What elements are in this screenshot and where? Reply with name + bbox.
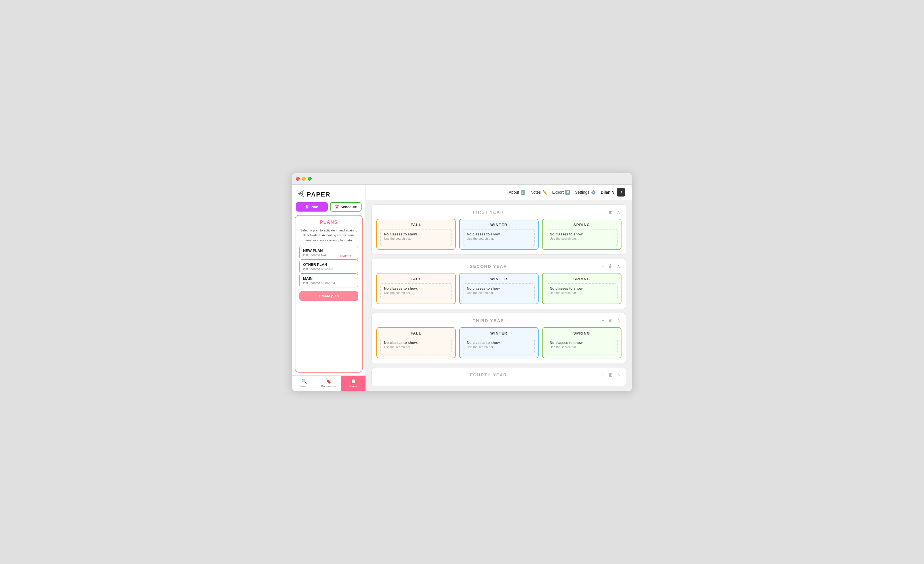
search-icon: 🔍 (302, 379, 307, 384)
collapse-year-button[interactable]: ∧ (616, 209, 621, 215)
minimize-button[interactable] (302, 177, 306, 180)
plans-panel: PLANS Select a plan to activate it, and … (295, 215, 363, 373)
about-label: About (509, 190, 519, 194)
semester-card-spring: SPRING No classes to show. Use the searc… (542, 273, 621, 304)
maximize-button[interactable] (308, 177, 312, 180)
settings-link[interactable]: Settings ⚙️ (575, 190, 596, 194)
titlebar (292, 173, 632, 185)
plan-item-name: MAIN (303, 276, 354, 281)
plan-item-name: OTHER PLAN (303, 262, 354, 267)
year-section-first-year: FIRST YEAR + 🗑 ∧ FALL No classes to show… (372, 205, 626, 255)
year-section-fourth-year: FOURTH YEAR + 🗑 ∧ (372, 367, 626, 386)
year-controls: + 🗑 ∧ (601, 317, 621, 324)
collapse-year-button[interactable]: ∧ (616, 371, 621, 378)
bookmark-icon: 🔖 (326, 379, 332, 384)
year-title: FIRST YEAR (376, 210, 601, 214)
year-header: FOURTH YEAR + 🗑 ∧ (376, 371, 621, 378)
plan-tab-icon: 🎛 (305, 205, 309, 209)
settings-icon: ⚙️ (591, 190, 596, 194)
no-classes-box: No classes to show. Use the search bar. (463, 229, 535, 246)
plan-tab-label: Plan (310, 205, 318, 209)
schedule-tab[interactable]: 📅 Schedule (330, 202, 362, 212)
plan-item[interactable]: NEW PLAN last updated N/A — EMPTY — (299, 246, 358, 260)
settings-label: Settings (575, 190, 590, 194)
search-hint-text: Use the search bar. (384, 291, 448, 295)
add-semester-button[interactable]: + (601, 209, 606, 215)
export-label: Export (552, 190, 564, 194)
notes-link[interactable]: Notes ✏️ (530, 190, 547, 194)
search-hint-text: Use the search bar. (550, 345, 614, 349)
plans-icon: 📋 (351, 379, 356, 384)
search-hint-text: Use the search bar. (550, 237, 614, 240)
add-semester-button[interactable]: + (601, 317, 606, 324)
user-badge[interactable]: Dilan N D (601, 188, 625, 197)
sidebar-bottom-tabs: 🔍 Search 🔖 Bookmarks 📋 Plans (292, 375, 366, 391)
year-title: FOURTH YEAR (376, 372, 601, 377)
bookmarks-bottom-tab[interactable]: 🔖 Bookmarks (316, 376, 341, 391)
no-classes-text: No classes to show. (550, 341, 614, 345)
semester-card-fall: FALL No classes to show. Use the search … (376, 327, 456, 358)
bookmarks-tab-label: Bookmarks (321, 385, 337, 388)
plan-item[interactable]: MAIN last updated 4/28/2023 (299, 274, 358, 287)
year-section-third-year: THIRD YEAR + 🗑 ∧ FALL No classes to show… (372, 313, 626, 363)
semester-title: SPRING (546, 277, 618, 281)
notes-icon: ✏️ (542, 190, 547, 194)
no-classes-text: No classes to show. (467, 232, 531, 236)
search-hint-text: Use the search bar. (384, 237, 448, 240)
year-controls: + 🗑 ∧ (601, 371, 621, 378)
schedule-tab-label: Schedule (340, 205, 357, 209)
close-button[interactable] (296, 177, 300, 180)
create-plan-button[interactable]: Create plan (299, 291, 358, 301)
no-classes-box: No classes to show. Use the search bar. (546, 283, 618, 300)
add-semester-button[interactable]: + (601, 372, 606, 378)
plan-item-badge: — EMPTY — (336, 254, 356, 257)
no-classes-box: No classes to show. Use the search bar. (380, 229, 452, 246)
search-hint-text: Use the search bar. (467, 237, 531, 240)
collapse-year-button[interactable]: ∧ (616, 263, 621, 269)
about-link[interactable]: About ℹ️ (509, 190, 526, 194)
no-classes-text: No classes to show. (384, 232, 448, 236)
semester-card-winter: WINTER No classes to show. Use the searc… (459, 273, 538, 304)
semesters-row: FALL No classes to show. Use the search … (376, 273, 621, 304)
app-window: PAPER 🎛 Plan 📅 Schedule PLANS Select a p… (292, 173, 632, 391)
logo-text: PAPER (307, 191, 331, 198)
plan-item[interactable]: OTHER PLAN last updated 5/8/2023 (299, 260, 358, 274)
no-classes-box: No classes to show. Use the search bar. (463, 338, 535, 354)
year-header: FIRST YEAR + 🗑 ∧ (376, 209, 621, 215)
plans-bottom-tab[interactable]: 📋 Plans (341, 376, 366, 391)
add-semester-button[interactable]: + (601, 263, 606, 269)
year-section-second-year: SECOND YEAR + 🗑 ∧ FALL No classes to sho… (372, 259, 626, 309)
no-classes-box: No classes to show. Use the search bar. (546, 229, 618, 246)
schedule-tab-icon: 📅 (334, 205, 339, 209)
year-controls: + 🗑 ∧ (601, 263, 621, 269)
plan-item-date: last updated 4/28/2023 (303, 281, 354, 284)
delete-year-button[interactable]: 🗑 (607, 209, 614, 215)
semester-title: WINTER (463, 223, 535, 227)
search-bottom-tab[interactable]: 🔍 Search (292, 376, 316, 391)
plans-description: Select a plan to activate it, and again … (299, 228, 358, 243)
export-link[interactable]: Export ↗️ (552, 190, 570, 194)
notes-label: Notes (530, 190, 541, 194)
plans-tab-label: Plans (350, 385, 357, 388)
delete-year-button[interactable]: 🗑 (607, 317, 614, 324)
sidebar: PAPER 🎛 Plan 📅 Schedule PLANS Select a p… (292, 185, 366, 391)
plan-item-name: NEW PLAN (303, 248, 354, 253)
semester-title: FALL (380, 277, 452, 281)
delete-year-button[interactable]: 🗑 (607, 263, 614, 269)
semester-title: WINTER (463, 331, 535, 335)
no-classes-text: No classes to show. (550, 232, 614, 236)
plans-list: NEW PLAN last updated N/A — EMPTY — OTHE… (299, 246, 358, 287)
search-hint-text: Use the search bar. (550, 291, 614, 295)
app-body: PAPER 🎛 Plan 📅 Schedule PLANS Select a p… (292, 185, 632, 391)
about-icon: ℹ️ (520, 190, 525, 194)
delete-year-button[interactable]: 🗑 (607, 372, 614, 378)
semester-title: SPRING (546, 331, 618, 335)
search-tab-label: Search (299, 385, 309, 388)
collapse-year-button[interactable]: ∧ (616, 317, 621, 324)
search-hint-text: Use the search bar. (467, 291, 531, 295)
sidebar-tabs: 🎛 Plan 📅 Schedule (292, 202, 366, 215)
search-hint-text: Use the search bar. (467, 345, 531, 349)
year-title: THIRD YEAR (376, 318, 601, 323)
plan-tab[interactable]: 🎛 Plan (296, 202, 328, 212)
user-name: Dilan N (601, 190, 614, 194)
